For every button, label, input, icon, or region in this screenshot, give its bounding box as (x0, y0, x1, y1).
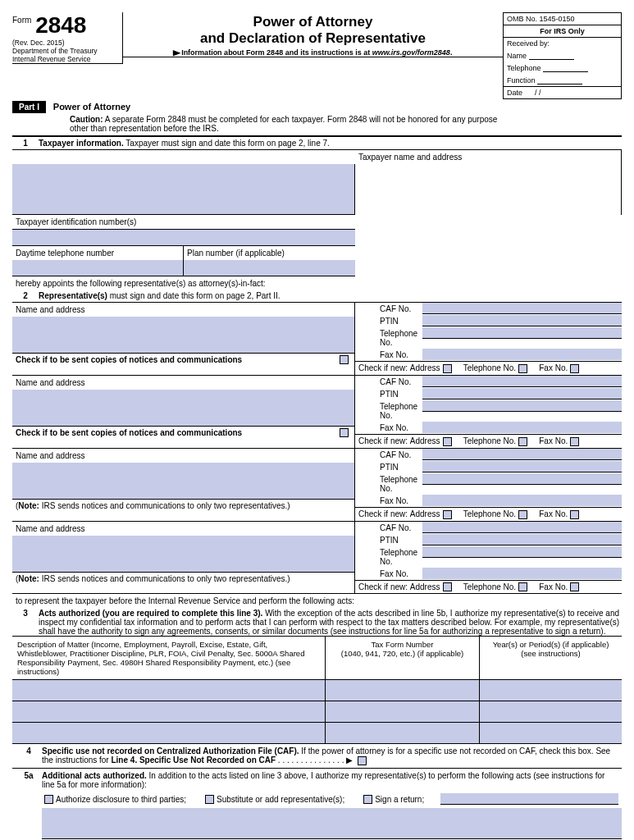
telephone-input[interactable] (543, 63, 588, 72)
rep2-new-addr-checkbox[interactable] (443, 437, 452, 446)
caution-text: A separate Form 2848 must be completed f… (70, 115, 497, 133)
caution-bold: Caution: (70, 115, 103, 124)
rep1-checknew-label: Check if new: (358, 363, 408, 372)
form-number: 2848 (35, 12, 86, 39)
rep4-ptin-input[interactable] (422, 534, 622, 546)
rep2-fax-input[interactable] (422, 422, 622, 433)
line4: 4 Specific use not recorded on Centraliz… (12, 744, 622, 768)
rep4-new-addr-checkbox[interactable] (443, 582, 452, 591)
rep3-name-label: Name and address (12, 449, 354, 463)
rep2-tel-input[interactable] (422, 400, 622, 412)
line2-bold: Representative(s) (39, 291, 107, 300)
received-by-label: Received by: (504, 38, 621, 49)
tin-input[interactable] (12, 230, 355, 246)
l5a-fillarea[interactable] (42, 808, 622, 839)
l5a-sign-input[interactable] (440, 793, 618, 805)
l5a-opt2-checkbox[interactable] (205, 795, 214, 804)
matter-row-2 (12, 701, 622, 723)
matter-r1c2[interactable] (326, 680, 480, 701)
rep2-ptin-label: PTIN (355, 388, 422, 400)
line4-checkbox[interactable] (358, 756, 367, 765)
rep4-name-input[interactable] (12, 536, 354, 572)
l5a-opt3-checkbox[interactable] (363, 795, 372, 804)
rep1-new-fax-checkbox[interactable] (570, 364, 579, 373)
line4-dots: . . . . . . . . . . . . . . . (276, 756, 346, 765)
rep3-new-tel-checkbox[interactable] (518, 510, 527, 519)
l5a-opt3-label: Sign a return; (375, 795, 424, 804)
rep3-name-input[interactable] (12, 463, 354, 499)
omb-number: OMB No. 1545-0150 (504, 13, 621, 25)
rep2-copies-checkbox[interactable] (340, 428, 349, 437)
date-row: Date / / (504, 86, 621, 98)
rep1-copies-checkbox[interactable] (340, 355, 349, 364)
line5a-options: Authorize disclosure to third parties; S… (12, 792, 622, 806)
matter-r3c1[interactable] (12, 723, 326, 744)
l5a-opt1-checkbox[interactable] (44, 795, 53, 804)
rep2-new-tel-checkbox[interactable] (518, 437, 527, 446)
plan-input[interactable] (184, 260, 355, 276)
matter-col3a: Year(s) or Period(s) (if applicable) (493, 640, 609, 649)
info-url: www.irs.gov/form2848 (372, 48, 450, 57)
rep4-note: (Note: IRS sends notices and communicati… (16, 574, 290, 583)
matter-r3c3[interactable] (480, 723, 622, 744)
revision-date: (Rev. Dec. 2015) (12, 39, 116, 47)
function-input[interactable] (537, 75, 582, 84)
info-period: . (450, 48, 453, 57)
matter-r2c3[interactable] (480, 701, 622, 723)
rep3-tel-label: Telephone No. (355, 473, 422, 495)
rep2-caf-label: CAF No. (355, 376, 422, 388)
rep4-new-fax-checkbox[interactable] (570, 582, 579, 591)
line3-text-start: Acts authorized (you are required to com… (39, 609, 622, 636)
rep3-fax-input[interactable] (422, 495, 622, 506)
matter-r3c2[interactable] (326, 723, 480, 744)
rep1-new-tel-label: Telephone No. (463, 363, 517, 372)
rep2-caf-input[interactable] (422, 376, 622, 387)
rep4-tel-label: Telephone No. (355, 546, 422, 568)
rep4-checknew-label: Check if new: (358, 582, 408, 591)
matter-col2a: Tax Form Number (371, 640, 433, 649)
rep4-new-tel-checkbox[interactable] (518, 582, 527, 591)
matter-r1c1[interactable] (12, 680, 326, 701)
daytime-input[interactable] (12, 260, 184, 276)
rep-block-3: Name and address (Note: (Note: IRS sends… (12, 448, 622, 521)
rep4-caf-input[interactable] (422, 522, 622, 533)
rep4-tel-input[interactable] (422, 546, 622, 558)
rep3-tel-input[interactable] (422, 473, 622, 485)
rep3-ptin-input[interactable] (422, 461, 622, 472)
date-label: Date (507, 89, 522, 97)
rep2-new-addr-label: Address (410, 436, 440, 445)
daytime-label: Daytime telephone number (12, 246, 184, 260)
matter-r2c2[interactable] (326, 701, 480, 723)
rep2-new-fax-label: Fax No. (539, 436, 568, 445)
rep2-name-label: Name and address (12, 376, 354, 390)
matter-col2: Tax Form Number(1040, 941, 720, etc.) (i… (326, 637, 480, 679)
rep4-fax-input[interactable] (422, 568, 622, 579)
matter-col3: Year(s) or Period(s) (if applicable)(see… (480, 637, 622, 679)
matter-r1c3[interactable] (480, 680, 622, 701)
rep1-ptin-input[interactable] (422, 315, 622, 326)
rep2-ptin-input[interactable] (422, 388, 622, 399)
rep3-new-addr-checkbox[interactable] (443, 510, 452, 519)
rep1-name-input[interactable] (12, 317, 354, 353)
rep3-new-fax-checkbox[interactable] (570, 510, 579, 519)
rep3-new-addr-label: Address (410, 509, 440, 518)
rep1-caf-label: CAF No. (355, 303, 422, 315)
rep1-caf-input[interactable] (422, 303, 622, 314)
rep3-caf-input[interactable] (422, 449, 622, 460)
rep3-checknew: Check if new: Address Telephone No. Fax … (355, 507, 622, 521)
rep1-checknew: Check if new: Address Telephone No. Fax … (355, 361, 622, 375)
rep1-tel-input[interactable] (422, 327, 622, 339)
name-input[interactable] (529, 51, 574, 60)
taxpayer-name-input[interactable] (12, 164, 355, 215)
rep1-new-addr-checkbox[interactable] (443, 364, 452, 373)
matter-r2c1[interactable] (12, 701, 326, 723)
rep1-fax-input[interactable] (422, 349, 622, 360)
rep3-note: (Note: (Note: IRS sends notices and comm… (16, 501, 290, 510)
rep1-new-tel-checkbox[interactable] (518, 364, 527, 373)
line2-header: 2 Representative(s) must sign and date t… (12, 290, 622, 302)
line4-num: 4 (16, 746, 42, 765)
line1-bold: Taxpayer information. (39, 139, 124, 148)
rep2-new-fax-checkbox[interactable] (570, 437, 579, 446)
title-line-2: and Declaration of Representative (128, 30, 498, 47)
rep2-name-input[interactable] (12, 390, 354, 426)
